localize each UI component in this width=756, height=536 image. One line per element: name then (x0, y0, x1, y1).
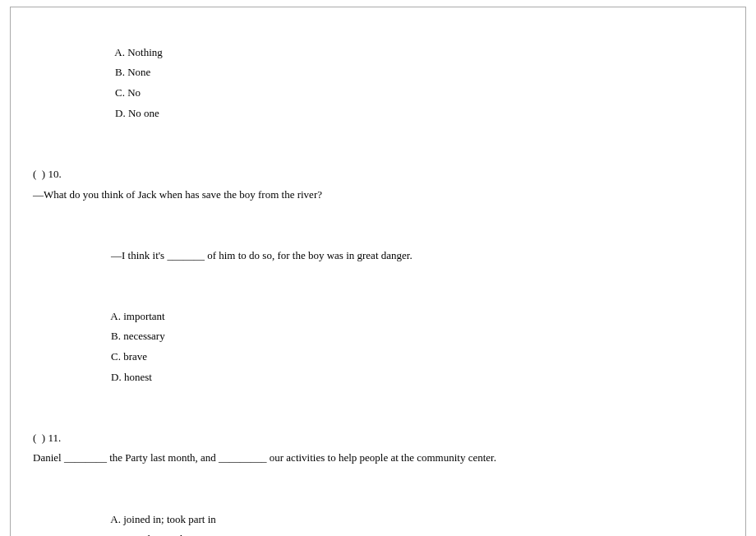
question-prefix: ( ) 11. (33, 432, 61, 444)
options-row: A. important B. necessary C. brave D. ho… (22, 286, 734, 408)
option-b: B. joined; joined in (111, 533, 193, 536)
option-c: C. No (115, 86, 141, 99)
document-page: A. Nothing B. None C. No D. No one ( ) 1… (10, 7, 746, 536)
option-c: C. brave (111, 350, 147, 363)
question-line: —I think it's _______ of him to do so, f… (22, 225, 734, 286)
option-d: D. honest (111, 371, 152, 383)
option-b: B. None (115, 66, 150, 78)
option-a: A. important (110, 310, 164, 322)
question-prefix: ( ) 10. (33, 168, 62, 180)
options-row: A. joined in; took part in B. joined; jo… (22, 489, 734, 536)
option-a: A. Nothing (114, 46, 163, 58)
question-10: ( ) 10. —What do you think of Jack when … (22, 144, 734, 225)
question-text: Daniel ________ the Party last month, an… (33, 451, 496, 464)
option-d: D. No one (115, 107, 159, 119)
option-a: A. joined in; took part in (110, 513, 216, 525)
question-text: —I think it's _______ of him to do so, f… (111, 249, 413, 261)
question-11: ( ) 11. Daniel ________ the Party last m… (22, 408, 734, 489)
option-b: B. necessary (111, 330, 165, 342)
options-row: A. Nothing B. None C. No D. No one (22, 22, 734, 144)
question-text: —What do you think of Jack when has save… (33, 188, 322, 201)
